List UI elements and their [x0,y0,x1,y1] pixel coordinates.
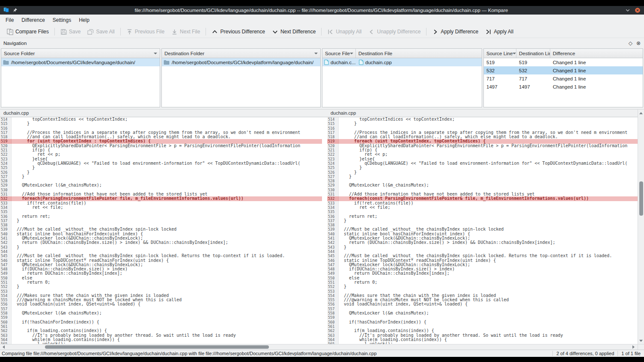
toolbar-button-apply-difference[interactable]: Apply Difference [429,28,482,36]
toolbar-button-label: Previous Difference [220,29,265,35]
line-number: 561 [327,324,339,329]
toolbar-button-unapply-all[interactable]: Unapply All [324,28,365,36]
code-text [339,289,638,294]
code-text: static inline TopDUContext* readChainFor… [12,258,322,263]
close-button[interactable] [635,7,641,13]
line-number: 561 [0,324,12,329]
line-number: 523 [327,157,339,161]
line-number: 532 [327,196,339,201]
code-line: 548 if(DUChain::chainsByIndex.size() > i… [327,267,638,271]
line-number: 523 [0,157,12,161]
code-text: else [12,276,322,280]
code-line: 518 //and can call loadInformation(..) s… [0,135,322,139]
differences-header[interactable]: Source Line Destination Lin Difference [484,49,643,58]
menu-settings[interactable]: Settings [49,15,75,26]
scroll-up-icon[interactable] [638,110,644,116]
code-line: 563 //It's probably being loaded by anot… [0,333,322,338]
menu-difference[interactable]: Difference [18,15,48,26]
toolbar-separator [54,28,55,36]
menu-help[interactable]: Help [75,15,93,26]
difference-row[interactable]: 532532Changed 1 line [484,66,643,74]
code-text [339,179,638,183]
toolbar-button-next-difference[interactable]: Next Difference [268,28,319,36]
line-number: 554 [0,294,12,298]
shade-icon[interactable] [625,8,630,13]
code-line: 533 if(!ret.contains(file)) [0,201,322,205]
code-text: topContextIndices << topContextIndex; [12,117,322,122]
difference-row[interactable]: 519519Changed 1 line [484,58,643,66]
toolbar-button-previous-file[interactable]: Previous File [123,28,168,36]
code-text [12,324,322,329]
titlebar[interactable]: file:///home/sergobot/Documents/GCI/kdev… [0,6,644,15]
source-folder-item[interactable]: /home/sergobot/Documents/GCI/kdev/langua… [1,58,160,66]
line-number: 528 [0,179,12,183]
code-line: 529 QMutexLocker l(&m_chainsMutex); [0,183,322,187]
scroll-right-icon[interactable] [631,344,636,350]
menu-file[interactable]: File [2,15,18,26]
differences-panel: Source Line Destination Lin Difference 5… [483,48,643,107]
line-number: 524 [327,161,339,166]
code-line: 561 [327,324,638,329]
code-line: 516 [0,126,322,131]
code-text [12,315,322,320]
toolbar-button-previous-difference[interactable]: Previous Difference [208,28,268,36]
files-header[interactable]: Source File Destination File [322,49,482,58]
code-text [12,289,322,294]
difference-row[interactable]: 14971497Changed 1 line [484,83,643,91]
right-code-pane: 514 topContextIndices << topContextIndex… [327,117,638,344]
app-icon [3,6,9,14]
vertical-scrollbar-thumb[interactable] [639,181,643,216]
destination-folder-item[interactable]: /home/sergobot/Documents/GCI/kdevplatfor… [162,58,320,66]
line-number: 514 [327,117,339,122]
code-line: 543 } [327,245,638,249]
line-number: 552 [327,285,339,289]
code-text: QMutexLocker lock(&DUChain::chainsByInde… [12,263,322,267]
line-number: 544 [327,249,339,254]
toolbar-button-compare-files[interactable]: Compare Files [3,28,52,36]
file-pair-row[interactable]: duchain.c... duchain.cpp [322,58,482,66]
line-number: 558 [0,311,12,315]
line-number: 553 [0,289,12,294]
pin-icon[interactable] [13,6,18,14]
code-line: 556 void loadChain(uint index, QSet<uint… [0,302,322,306]
difference-description: Changed 1 line [550,84,643,89]
horizontal-scrollbar-thumb[interactable] [45,345,269,349]
line-number: 548 [327,267,339,271]
code-line: 523 }else{ [327,157,638,161]
code-line: 527 } [0,175,322,179]
horizontal-scrollbar[interactable] [0,344,644,350]
dock-close-icon[interactable]: ⊗ [636,40,641,46]
scroll-left-icon[interactable] [1,344,6,350]
code-line: 537 } [0,219,322,223]
line-number: 541 [327,236,339,240]
code-text: ///Must be called _without_ the chainsBy… [339,254,638,258]
line-number: 520 [0,144,12,148]
destination-folder-header[interactable]: Destination Folder [162,49,320,58]
line-number: 539 [327,227,339,231]
code-text: }else{ [339,157,638,161]
scroll-down-icon[interactable] [638,338,644,343]
difference-row[interactable]: 717717Changed 1 line [484,74,643,83]
toolbar-button-unapply-difference[interactable]: Unapply Difference [365,28,424,36]
code-text: foreach(ParsingEnvironmentFilePointer fi… [12,196,322,201]
code-line: 534 ret << file; [0,205,322,210]
code-text: if(!ret.contains(file)) [339,201,638,205]
unapply-all-icon [327,29,334,35]
source-folder-header[interactable]: Source Folder [1,49,160,58]
code-text [12,179,322,183]
toolbar-button-save[interactable]: Save [57,28,84,36]
code-line: 531 //Add those information that have no… [327,192,638,196]
code-text: return 0; [12,280,322,285]
toolbar-button-next-file[interactable]: Next File [168,28,203,36]
vertical-scrollbar[interactable] [638,110,644,344]
toolbar-button-save-all[interactable]: Save All [84,28,118,36]
status-message: Comparing file file:///home/sergobot/Doc… [2,351,552,356]
code-text: } [12,170,322,175]
line-number: 522 [0,152,12,157]
line-number: 550 [327,276,339,280]
code-line: 530 [0,188,322,192]
files-status: 1 of 1 file [617,351,644,356]
code-line: 539 ///Must be called _without_ the chai… [0,227,322,231]
toolbar-button-apply-all[interactable]: Apply All [482,28,517,36]
dock-float-icon[interactable]: ◇ [629,40,632,46]
